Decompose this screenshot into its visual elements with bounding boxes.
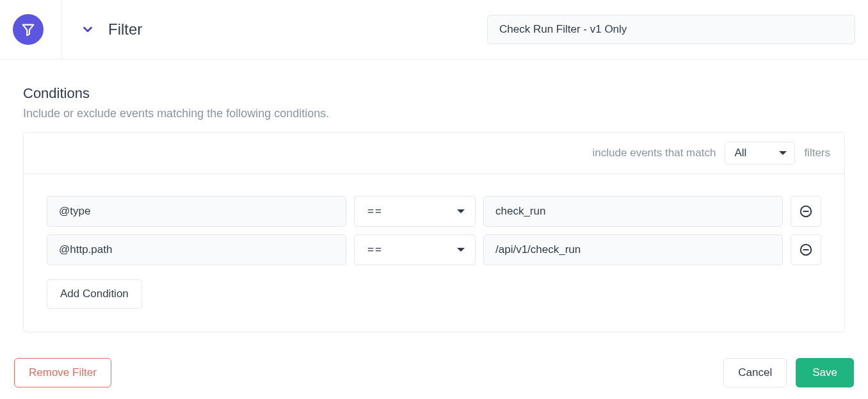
match-mode-value: All [734,147,746,159]
condition-value-input[interactable] [483,234,783,265]
header-left: Filter [13,0,142,59]
remove-condition-button[interactable] [791,234,821,265]
condition-row: == [47,234,821,265]
condition-attribute-input[interactable] [47,196,346,227]
collapse-toggle[interactable] [77,19,98,40]
conditions-title: Conditions [23,85,845,102]
condition-attribute-input[interactable] [47,234,346,265]
condition-operator-value: == [367,205,383,218]
page-title: Filter [108,20,142,38]
match-text-before: include events that match [593,147,716,159]
svg-marker-0 [23,25,34,35]
remove-filter-button[interactable]: Remove Filter [14,358,111,387]
chevron-down-icon [81,22,95,37]
footer-right: Cancel Save [723,358,854,387]
remove-condition-button[interactable] [791,196,821,227]
condition-value-input[interactable] [483,196,783,227]
filter-icon [13,14,44,45]
conditions-subtitle: Include or exclude events matching the f… [23,107,845,120]
content: Conditions Include or exclude events mat… [0,60,868,332]
match-text-after: filters [804,147,830,159]
caret-down-icon [457,248,465,252]
condition-operator-select[interactable]: == [354,234,476,265]
match-bar: include events that match All filters [24,133,844,174]
conditions-body: == == [24,174,844,332]
match-mode-select[interactable]: All [725,142,795,165]
footer: Remove Filter Cancel Save [0,358,868,387]
filter-name-input[interactable] [487,15,855,44]
header: Filter [0,0,868,60]
cancel-button[interactable]: Cancel [723,358,787,387]
condition-row: == [47,196,821,227]
header-divider [61,0,62,59]
caret-down-icon [457,209,465,213]
condition-operator-value: == [367,243,383,256]
caret-down-icon [779,151,787,155]
conditions-box: include events that match All filters == [23,132,845,332]
minus-circle-icon [799,243,813,257]
minus-circle-icon [799,204,813,218]
add-condition-button[interactable]: Add Condition [47,279,142,309]
condition-operator-select[interactable]: == [354,196,476,227]
save-button[interactable]: Save [796,358,854,387]
